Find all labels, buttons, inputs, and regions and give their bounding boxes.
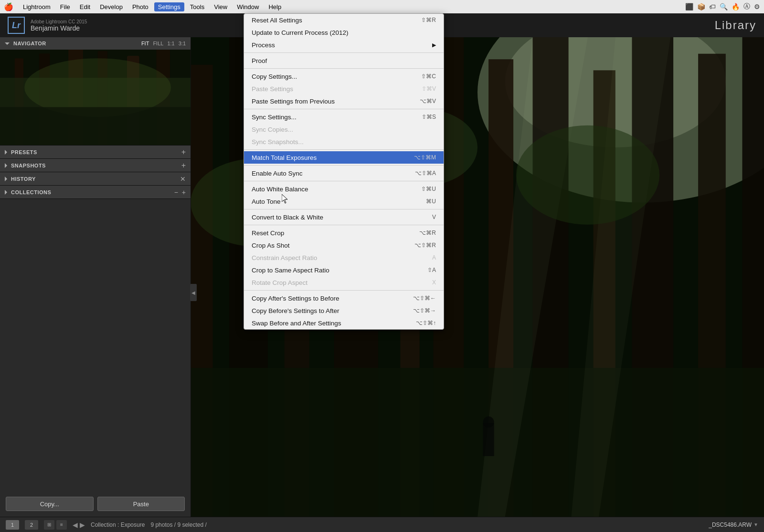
copy-button[interactable]: Copy... [6,497,94,511]
presets-triangle [5,150,7,155]
menubar-file[interactable]: File [56,2,74,11]
collection-label: Collection : Exposure [91,522,145,528]
separator-8 [244,225,444,225]
navigator-section: Navigator FIT FILL 1:1 3:1 [0,37,191,146]
filename-dropdown[interactable]: ▼ [753,522,758,527]
status-tab-2[interactable]: 2 [25,520,38,530]
nav-opt-3-1[interactable]: 3:1 [179,41,186,46]
process-arrow: ▶ [432,42,436,48]
panel-bottom: Copy... Paste [0,491,191,517]
screen-record-icon: ⬛ [685,3,693,10]
menubar-edit[interactable]: Edit [76,2,94,11]
titlebar-appname: Adobe Lightroom CC 2015 [31,19,87,24]
titlebar-username: Benjamin Warde [31,24,87,32]
separator-7 [244,209,444,209]
list-view-icon[interactable]: ≡ [56,520,67,530]
menubar-settings[interactable]: Settings [154,2,184,11]
menu-auto-tone[interactable]: Auto Tone ⌘U [244,195,444,208]
collections-minus[interactable]: − [174,188,178,196]
svg-point-34 [483,417,494,428]
collections-plus[interactable]: + [182,188,186,196]
separator-3 [244,109,444,109]
menubar: 🍎 Lightroom File Edit Develop Photo Sett… [0,0,764,13]
menu-paste-settings: Paste Settings ⇧⌘V [244,83,444,95]
menubar-icon-5: 🔥 [732,3,740,10]
navigator-label: Navigator [13,41,141,46]
menu-swap-before-after[interactable]: Swap Before and After Settings ⌥⇧⌘↑ [244,317,444,329]
menubar-lightroom[interactable]: Lightroom [19,2,54,11]
history-label: History [11,176,180,182]
menubar-window[interactable]: Window [233,2,263,11]
snapshots-triangle [5,163,7,168]
history-row[interactable]: History ✕ [0,172,191,186]
menu-copy-before[interactable]: Copy Before's Settings to After ⌥⇧⌘→ [244,304,444,317]
adobe-icon: Ⓐ [743,2,750,11]
separator-9 [244,290,444,291]
menubar-tools[interactable]: Tools [186,2,208,11]
collections-label: Collections [11,189,174,195]
svg-rect-9 [0,107,191,145]
presets-row[interactable]: Presets + [0,146,191,159]
collections-controls: − + [174,188,186,196]
menu-copy-settings[interactable]: Copy Settings... ⇧⌘C [244,70,444,83]
left-panel-collapse[interactable]: ◀ [190,284,197,301]
nav-opt-fill[interactable]: FILL [153,41,163,46]
paste-button[interactable]: Paste [97,497,185,511]
menu-copy-after[interactable]: Copy After's Settings to Before ⌥⇧⌘← [244,292,444,304]
separator-1 [244,52,444,53]
settings-menu[interactable]: Reset All Settings ⇧⌘R Update to Current… [244,13,444,330]
nav-opt-1-1[interactable]: 1:1 [167,41,174,46]
menubar-icon-3: 🏷 [709,3,716,10]
menu-proof[interactable]: Proof [244,54,444,67]
menubar-help[interactable]: Help [265,2,285,11]
navigator-header[interactable]: Navigator FIT FILL 1:1 3:1 [0,37,191,50]
menubar-develop[interactable]: Develop [96,2,127,11]
nav-opt-fit[interactable]: FIT [141,41,149,46]
navigator-preview [0,50,191,145]
history-x[interactable]: ✕ [180,175,186,183]
navigator-triangle [5,42,10,45]
menu-enable-auto-sync[interactable]: Enable Auto Sync ⌥⇧⌘A [244,167,444,179]
left-panel: Navigator FIT FILL 1:1 3:1 [0,37,191,517]
separator-4 [244,149,444,150]
apple-menu[interactable]: 🍎 [4,2,13,11]
separator-2 [244,68,444,69]
menu-sync-settings[interactable]: Sync Settings... ⇧⌘S [244,111,444,123]
status-icons: ⊞ ≡ [44,520,67,530]
menu-rotate-crop: Rotate Crop Aspect X [244,276,444,289]
titlebar-module: Library [715,19,756,32]
lr-logo: Lr [8,17,25,34]
snapshots-row[interactable]: Snapshots + [0,159,191,172]
menu-paste-prev[interactable]: Paste Settings from Previous ⌥⌘V [244,95,444,107]
menu-constrain-aspect: Constrain Aspect Ratio A [244,251,444,264]
separator-5 [244,165,444,166]
menubar-icon-7: ⚙ [754,3,760,10]
filename-display: _DSC5486.ARW ▼ [709,522,758,528]
svg-rect-27 [191,368,764,517]
snapshots-plus[interactable]: + [181,161,186,170]
history-triangle [5,177,7,181]
menu-convert-bw[interactable]: Convert to Black & White V [244,211,444,223]
presets-plus[interactable]: + [181,148,186,156]
menu-reset-crop[interactable]: Reset Crop ⌥⌘R [244,227,444,239]
menu-crop-same[interactable]: Crop to Same Aspect Ratio ⇧A [244,264,444,276]
menu-reset-all[interactable]: Reset All Settings ⇧⌘R [244,14,444,26]
nav-next[interactable]: ▶ [80,521,85,529]
grid-view-icon[interactable]: ⊞ [44,520,54,530]
photos-info: 9 photos / 9 selected / [150,522,206,528]
menubar-view[interactable]: View [210,2,231,11]
menu-crop-as-shot[interactable]: Crop As Shot ⌥⇧⌘R [244,239,444,251]
menu-process[interactable]: Process ▶ [244,39,444,51]
menu-update-process[interactable]: Update to Current Process (2012) [244,26,444,39]
status-tab-1[interactable]: 1 [6,520,19,530]
svg-rect-33 [483,423,494,456]
menu-match-total[interactable]: Match Total Exposures ⌥⇧⌘M [244,151,444,164]
collections-triangle [5,190,7,195]
menu-auto-white-balance[interactable]: Auto White Balance ⇧⌘U [244,183,444,195]
presets-label: Presets [11,149,181,155]
nav-prev[interactable]: ◀ [73,521,78,529]
status-nav: ◀ ▶ [73,521,85,529]
navigator-photo [0,50,191,145]
collections-row[interactable]: Collections − + [0,186,191,199]
menubar-photo[interactable]: Photo [128,2,152,11]
